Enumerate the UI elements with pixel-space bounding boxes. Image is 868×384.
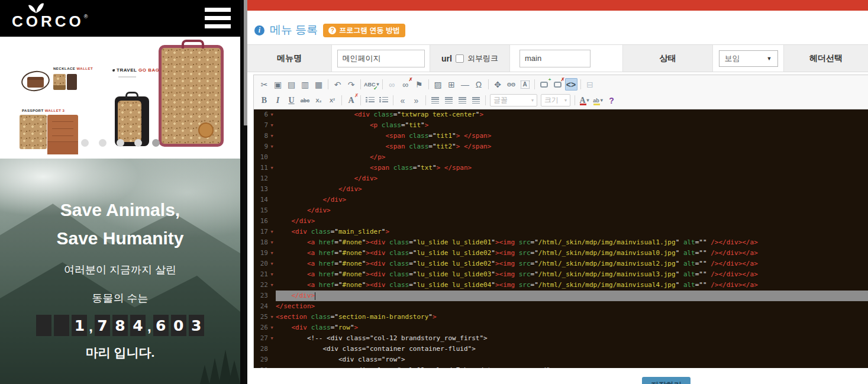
hero-subtitle-line1: 여러분이 지금까지 살린	[0, 263, 240, 277]
help-button-label: 프로그램 연동 방법	[339, 25, 400, 36]
fold-arrow-icon[interactable]: ▼	[268, 163, 276, 173]
align-center-icon[interactable]	[443, 94, 455, 107]
code-text: </div>	[276, 173, 868, 184]
select-all-icon[interactable]: A	[519, 78, 531, 91]
status-select[interactable]: 보임 ▼	[719, 50, 778, 67]
maximize-icon[interactable]: ✥	[492, 78, 504, 91]
strikethrough-icon[interactable]: abc	[299, 94, 311, 107]
necklace-pouch-photo	[27, 77, 44, 88]
outdent-icon[interactable]: «	[396, 94, 409, 107]
text-color-icon[interactable]: A▾	[578, 94, 591, 107]
fold-arrow-icon[interactable]: ▼	[268, 312, 276, 322]
hero-subtitle-line2: 동물의 수는	[0, 291, 240, 305]
code-text: </div>	[276, 184, 868, 195]
counter-comma: ,	[89, 318, 93, 335]
fold-arrow-icon[interactable]: ▼	[268, 227, 276, 237]
counter-digit: 0	[171, 315, 186, 336]
corco-logo[interactable]: CORCO®	[12, 2, 88, 29]
table-icon[interactable]: ⊞	[446, 78, 458, 91]
fold-arrow-icon[interactable]: ▼	[268, 131, 276, 141]
fold-arrow-icon[interactable]: ▼	[268, 141, 276, 152]
slider-dot[interactable]	[134, 139, 142, 147]
comment-add-icon[interactable]: +	[538, 78, 550, 91]
numbered-list-icon[interactable]	[364, 94, 376, 107]
status-select-value: 보임	[725, 53, 740, 64]
code-text: <span class="tit1"> </span>	[276, 131, 868, 141]
redo-icon[interactable]: ↷	[345, 78, 357, 91]
fold-arrow-icon[interactable]: ▼	[268, 109, 276, 120]
find-icon[interactable]: ʘʘ	[505, 78, 518, 91]
code-line: 7▼ <p class="tit">	[254, 120, 868, 131]
code-line: 10 </p>	[254, 152, 868, 163]
code-line: 17▼ <div class="main_slider">	[254, 227, 868, 237]
save-button[interactable]: 저장하기	[642, 377, 690, 384]
fold-arrow-icon[interactable]: ▼	[268, 333, 276, 344]
toolbar-separator	[328, 79, 328, 89]
paste-word-icon[interactable]: ▦	[312, 78, 325, 91]
subscript-icon[interactable]: X₂	[312, 94, 325, 107]
toolbar-separator	[382, 79, 383, 89]
special-char-icon[interactable]: Ω	[473, 78, 485, 91]
code-line: 13 </div>	[254, 184, 868, 195]
superscript-icon[interactable]: X²	[326, 94, 338, 107]
underline-icon[interactable]: U	[285, 94, 298, 107]
line-number: 17	[254, 227, 268, 237]
align-justify-icon[interactable]	[470, 94, 482, 107]
cut-icon[interactable]: ✂	[258, 78, 270, 91]
tree-silhouette	[200, 365, 209, 384]
source-icon[interactable]: <>	[565, 78, 577, 91]
about-icon[interactable]: ?	[605, 94, 618, 107]
paste-icon[interactable]: ▤	[285, 78, 298, 91]
slider-dot[interactable]	[81, 139, 89, 147]
fold-arrow-icon[interactable]: ▼	[268, 120, 276, 131]
fold-arrow-icon[interactable]: ▼	[268, 280, 276, 291]
indent-icon[interactable]: »	[410, 94, 422, 107]
size-dropdown[interactable]: 크기▾	[541, 94, 570, 107]
anchor-icon[interactable]: ⚑	[413, 78, 425, 91]
menu-form-row: 메뉴명 url 외부링크 상태 보임 ▼ 헤더선택	[247, 44, 868, 72]
bullet-list-icon[interactable]	[377, 94, 390, 107]
product-slider[interactable]: NECKLACE WALLET PASSPORT WALLET 3 TRAVEL…	[0, 37, 240, 159]
slider-dots	[81, 138, 170, 149]
comment-remove-icon[interactable]: ✗	[551, 78, 564, 91]
unlink-icon[interactable]: ∞✗	[399, 78, 412, 91]
fold-arrow-icon[interactable]: ▼	[268, 237, 276, 248]
copy-icon[interactable]: ▣	[272, 78, 284, 91]
undo-icon[interactable]: ↶	[331, 78, 344, 91]
hamburger-menu-icon[interactable]	[205, 8, 231, 28]
animal-counter: 1,784,603	[0, 315, 240, 336]
font-dropdown[interactable]: 글꼴▾	[490, 94, 537, 107]
align-left-icon[interactable]	[429, 94, 441, 107]
url-input[interactable]	[519, 50, 591, 67]
code-text: </div>	[276, 195, 868, 205]
source-code-area[interactable]: 6▼ <div class="txtwrap text-center">7▼ <…	[254, 109, 868, 368]
menu-name-input[interactable]	[337, 50, 425, 67]
chevron-down-icon: ▼	[767, 56, 772, 62]
paste-text-icon[interactable]: ▥	[299, 78, 311, 91]
slider-dot[interactable]	[117, 139, 124, 147]
fold-gutter	[268, 354, 276, 365]
italic-icon[interactable]: I	[272, 94, 284, 107]
slider-dot[interactable]	[99, 139, 107, 147]
align-right-icon[interactable]	[456, 94, 469, 107]
code-text: <a href="#none"><div class="lu_slide lu_…	[276, 269, 868, 280]
fold-gutter	[268, 301, 276, 312]
slider-dot[interactable]	[152, 139, 160, 147]
fold-arrow-icon[interactable]: ▼	[268, 322, 276, 333]
horizontal-line-icon[interactable]: ―	[459, 78, 472, 91]
bold-icon[interactable]: B	[258, 94, 270, 107]
print-icon: ⊟	[584, 78, 596, 91]
fold-arrow-icon[interactable]: ▼	[268, 248, 276, 259]
spellcheck-icon[interactable]: ABC✓▾	[364, 78, 379, 91]
site-preview-panel: CORCO® NECKLACE WALLET PASSPORT WALLET 3…	[0, 0, 240, 384]
line-number: 12	[254, 173, 268, 184]
code-line: 28 <div class="container container-fluid…	[254, 344, 868, 354]
help-button[interactable]: ? 프로그램 연동 방법	[323, 24, 405, 37]
bg-color-icon[interactable]: ab▾	[592, 94, 604, 107]
external-link-checkbox[interactable]	[456, 54, 464, 63]
fold-gutter	[268, 291, 276, 301]
fold-arrow-icon[interactable]: ▼	[268, 259, 276, 269]
image-icon[interactable]: ▨	[432, 78, 444, 91]
fold-arrow-icon[interactable]: ▼	[268, 269, 276, 280]
remove-format-icon[interactable]: A✗	[345, 94, 357, 107]
